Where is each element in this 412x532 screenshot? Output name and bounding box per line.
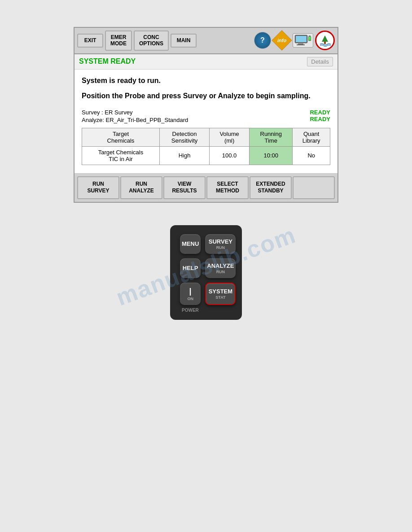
svg-rect-5 bbox=[309, 35, 311, 36]
survey-key[interactable]: SURVEY RUN bbox=[205, 234, 236, 254]
survey-ready-label: READY bbox=[310, 109, 330, 116]
info-diamond-icon: info bbox=[272, 31, 292, 51]
nature-svg bbox=[318, 34, 332, 47]
info-text: info bbox=[277, 38, 286, 43]
content-area: System is ready to run. Position the Pro… bbox=[75, 70, 337, 173]
exit-button[interactable]: EXIT bbox=[77, 34, 103, 47]
main-button[interactable]: MAIN bbox=[171, 34, 197, 47]
run-analyze-button[interactable]: RUNANALYZE bbox=[120, 176, 162, 199]
data-table: TargetChemicals DetectionSensitivity Vol… bbox=[82, 128, 330, 165]
col-header-sensitivity: DetectionSensitivity bbox=[159, 128, 209, 146]
ready-message: System is ready to run. bbox=[82, 77, 330, 85]
conc-options-button[interactable]: CONC OPTIONS bbox=[134, 31, 169, 51]
emer-mode-button[interactable]: EMER MODE bbox=[105, 31, 132, 51]
menu-key[interactable]: MENU bbox=[180, 234, 201, 254]
power-footer-label: POWER bbox=[182, 308, 199, 313]
help-icon: ? bbox=[260, 36, 265, 44]
system-key[interactable]: SYSTEM STAT bbox=[205, 283, 236, 305]
power-key[interactable]: | ON bbox=[180, 283, 201, 305]
info-button[interactable]: info bbox=[273, 32, 291, 49]
help-key[interactable]: HELP bbox=[180, 258, 201, 278]
cell-sensitivity: High bbox=[159, 146, 209, 165]
power-key-sublabel: ON bbox=[187, 297, 193, 301]
cell-target: Target ChemicalsTIC in Air bbox=[82, 146, 160, 165]
run-survey-button[interactable]: RUNSURVEY bbox=[77, 176, 119, 199]
ready-labels: READY READY bbox=[310, 109, 330, 122]
analyze-label: Analyze: ER_Air_Tri-Bed_PPB_Standard bbox=[82, 117, 188, 123]
main-panel: EXIT EMER MODE CONC OPTIONS MAIN ? info bbox=[74, 27, 338, 203]
blank-action-button bbox=[293, 176, 335, 199]
cell-volume: 100.0 bbox=[210, 146, 250, 165]
survey-label: Survey : ER Survey bbox=[82, 109, 188, 116]
cell-running-time: 10:00 bbox=[250, 146, 293, 165]
extended-standby-button[interactable]: EXTENDEDSTANDBY bbox=[250, 176, 292, 199]
svg-rect-9 bbox=[324, 42, 326, 44]
help-icon-button[interactable]: ? bbox=[254, 32, 271, 49]
svg-marker-8 bbox=[322, 35, 328, 42]
analyze-key[interactable]: ANALYZE RUN bbox=[205, 258, 236, 278]
svg-rect-3 bbox=[297, 44, 305, 45]
svg-rect-7 bbox=[309, 39, 311, 39]
cell-quant: No bbox=[293, 146, 330, 165]
system-key-sublabel: STAT bbox=[208, 296, 233, 300]
col-header-quant: QuantLibrary bbox=[293, 128, 330, 146]
method-row: Survey : ER Survey Analyze: ER_Air_Tri-B… bbox=[82, 109, 330, 124]
action-buttons-bar: RUNSURVEY RUNANALYZE VIEWRESULTS SELECTM… bbox=[75, 173, 337, 202]
survey-key-label: SURVEY bbox=[207, 239, 234, 245]
table-row: Target ChemicalsTIC in Air High 100.0 10… bbox=[82, 146, 330, 165]
toolbar: EXIT EMER MODE CONC OPTIONS MAIN ? info bbox=[75, 28, 337, 54]
survey-key-sublabel: RUN bbox=[207, 246, 234, 250]
device-svg bbox=[294, 35, 311, 46]
col-header-running-time: RunningTime bbox=[250, 128, 293, 146]
device-icon-button[interactable] bbox=[293, 33, 313, 48]
col-header-target: TargetChemicals bbox=[82, 128, 160, 146]
nature-icon-button[interactable] bbox=[315, 31, 335, 50]
probe-message: Position the Probe and press Survey or A… bbox=[82, 92, 330, 100]
view-results-button[interactable]: VIEWRESULTS bbox=[163, 176, 206, 199]
analyze-key-sublabel: RUN bbox=[207, 270, 234, 275]
svg-rect-2 bbox=[298, 44, 303, 44]
col-header-volume: Volume(ml) bbox=[210, 128, 250, 146]
keypad-grid: MENU SURVEY RUN HELP ANALYZE RUN | ON SY… bbox=[180, 234, 232, 305]
select-method-button[interactable]: SELECTMETHOD bbox=[206, 176, 249, 199]
status-text: SYSTEM READY bbox=[79, 57, 136, 65]
svg-rect-1 bbox=[296, 36, 307, 42]
power-symbol: | bbox=[189, 287, 192, 296]
menu-key-label: MENU bbox=[182, 241, 199, 247]
keypad-footer: POWER bbox=[180, 308, 232, 313]
details-button[interactable]: Details bbox=[307, 57, 333, 66]
analyze-key-label: ANALYZE bbox=[207, 263, 234, 269]
help-key-label: HELP bbox=[182, 265, 199, 271]
analyze-ready-label: READY bbox=[310, 116, 330, 122]
method-labels: Survey : ER Survey Analyze: ER_Air_Tri-B… bbox=[82, 109, 188, 124]
system-key-label: SYSTEM bbox=[208, 288, 233, 295]
svg-rect-6 bbox=[309, 37, 311, 38]
status-bar: SYSTEM READY Details bbox=[75, 54, 337, 70]
keypad: MENU SURVEY RUN HELP ANALYZE RUN | ON SY… bbox=[170, 225, 242, 320]
